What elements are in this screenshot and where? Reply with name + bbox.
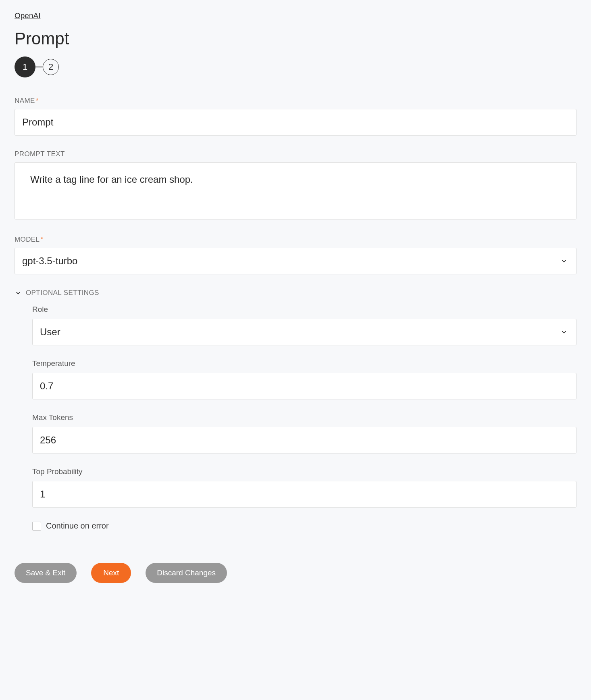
top-probability-label: Top Probability: [32, 467, 576, 476]
role-select[interactable]: [32, 319, 576, 345]
name-label: NAME*: [15, 97, 576, 105]
prompt-text-field[interactable]: Write a tag line for an ice cream shop.: [15, 162, 576, 219]
optional-settings-toggle[interactable]: OPTIONAL SETTINGS: [15, 289, 576, 297]
model-select[interactable]: [15, 248, 576, 274]
page-title: Prompt: [15, 29, 576, 48]
save-exit-button[interactable]: Save & Exit: [15, 563, 77, 583]
max-tokens-label: Max Tokens: [32, 413, 576, 422]
optional-settings-label: OPTIONAL SETTINGS: [26, 289, 99, 297]
chevron-down-icon: [15, 289, 22, 297]
discard-button[interactable]: Discard Changes: [146, 563, 227, 583]
required-asterisk: *: [40, 236, 43, 243]
name-field[interactable]: [15, 109, 576, 136]
step-connector: [35, 67, 43, 67]
temperature-label: Temperature: [32, 359, 576, 368]
step-2[interactable]: 2: [43, 59, 59, 75]
max-tokens-field[interactable]: [32, 427, 576, 453]
required-asterisk: *: [36, 97, 39, 104]
next-button[interactable]: Next: [91, 563, 131, 583]
prompt-text-label: PROMPT TEXT: [15, 150, 576, 158]
temperature-field[interactable]: [32, 373, 576, 399]
role-label: Role: [32, 305, 576, 314]
top-probability-field[interactable]: [32, 481, 576, 508]
footer-actions: Save & Exit Next Discard Changes: [15, 563, 576, 583]
continue-on-error-label: Continue on error: [46, 521, 109, 531]
breadcrumb[interactable]: OpenAI: [15, 11, 40, 20]
model-label: MODEL*: [15, 236, 576, 244]
model-label-text: MODEL: [15, 236, 40, 243]
step-1[interactable]: 1: [15, 56, 35, 77]
continue-on-error-checkbox[interactable]: [32, 522, 41, 531]
stepper: 1 2: [15, 56, 576, 77]
name-label-text: NAME: [15, 97, 35, 104]
